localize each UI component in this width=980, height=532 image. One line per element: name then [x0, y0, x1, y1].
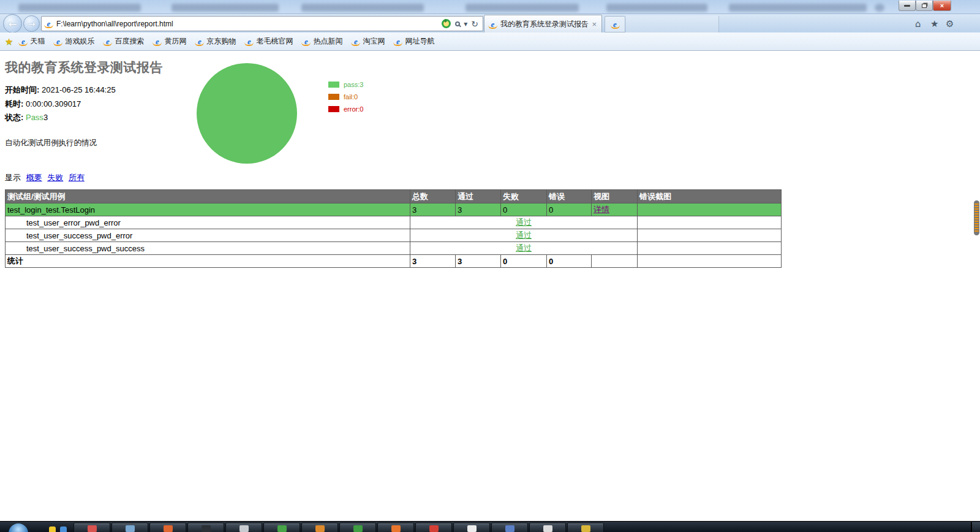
- legend-label-fail: fail:0: [344, 93, 358, 101]
- taskbar-app-icon: [391, 525, 401, 532]
- start-button[interactable]: [9, 523, 28, 532]
- header-view: 视图: [592, 190, 638, 203]
- background-window-blur: [875, 4, 884, 12]
- close-button[interactable]: ×: [933, 1, 951, 11]
- tab-close-icon[interactable]: ×: [590, 20, 598, 29]
- detail-link[interactable]: 详情: [594, 205, 609, 214]
- taskbar-button[interactable]: [415, 523, 452, 532]
- taskbar-button[interactable]: [225, 523, 262, 532]
- legend-swatch-error: [328, 106, 339, 112]
- test-case-row: test_user_success_pwd_success 通过: [6, 242, 782, 255]
- background-windows-strip: [0, 0, 980, 13]
- status-line: 状态: Pass3: [5, 112, 48, 123]
- bookmark-icon: e: [195, 37, 204, 46]
- favorite-label: 天猫: [30, 36, 45, 47]
- taskbar-button[interactable]: [149, 523, 186, 532]
- favorites-bar: ★ e天猫 e游戏娱乐 e百度搜索 e黄历网 e京东购物 e老毛桃官网 e热点新…: [0, 32, 980, 51]
- browser-tab-active[interactable]: e 我的教育系统登录测试报告 ×: [484, 15, 602, 32]
- taskbar-button[interactable]: [187, 523, 224, 532]
- background-window-blur: [466, 4, 579, 12]
- taskbar-app-icon: [353, 525, 363, 532]
- footer-screenshot: [638, 255, 782, 268]
- back-button[interactable]: ←: [3, 14, 22, 33]
- header-screenshot: 错误截图: [638, 190, 782, 203]
- case-status-link[interactable]: 通过: [516, 218, 532, 227]
- quick-launch-icon[interactable]: [49, 526, 56, 532]
- show-label: 显示: [5, 173, 21, 182]
- status-label: 状态:: [5, 113, 23, 122]
- table-footer-row: 统计 3 3 0 0: [6, 255, 782, 268]
- class-screenshot: [638, 203, 782, 216]
- favorite-label: 游戏娱乐: [65, 36, 94, 47]
- class-pass: 3: [456, 203, 501, 216]
- case-status-link[interactable]: 通过: [516, 243, 532, 253]
- show-desktop-button[interactable]: [971, 522, 980, 532]
- new-tab-icon: e: [611, 20, 620, 29]
- taskbar-button[interactable]: [263, 523, 300, 532]
- legend-swatch-fail: [328, 94, 339, 100]
- taskbar-app-icon: [239, 525, 249, 532]
- forward-button[interactable]: →: [23, 15, 40, 32]
- filter-all-link[interactable]: 所有: [69, 173, 85, 182]
- background-window-blur: [18, 4, 141, 12]
- favorite-item[interactable]: e老毛桃官网: [240, 35, 297, 48]
- favorite-item[interactable]: e天猫: [14, 35, 49, 48]
- taskbar-button[interactable]: [567, 523, 604, 532]
- favorite-item[interactable]: e黄历网: [148, 35, 190, 48]
- taskbar-button[interactable]: [491, 523, 528, 532]
- taskbar-button[interactable]: [111, 523, 148, 532]
- case-screenshot: [638, 242, 782, 255]
- legend-item-pass: pass:3: [328, 81, 363, 88]
- compatibility-view-icon[interactable]: [442, 19, 451, 28]
- search-icon[interactable]: [455, 21, 460, 26]
- favorite-item[interactable]: e网址导航: [389, 35, 439, 48]
- bookmark-icon: e: [53, 37, 62, 46]
- favorite-item[interactable]: e京东购物: [190, 35, 240, 48]
- gear-icon[interactable]: ⚙: [946, 18, 954, 29]
- favorite-label: 网址导航: [405, 36, 434, 47]
- restore-button[interactable]: [916, 1, 933, 11]
- filter-summary-link[interactable]: 概要: [26, 173, 42, 182]
- favorite-label: 百度搜索: [115, 36, 144, 47]
- test-case-row: test_user_success_pwd_error 通过: [6, 229, 782, 242]
- bookmark-icon: e: [393, 37, 402, 46]
- footer-error: 0: [547, 255, 592, 268]
- favorite-item[interactable]: e百度搜索: [99, 35, 148, 48]
- scroll-indicator[interactable]: [974, 200, 979, 235]
- address-bar[interactable]: e F:\learn\python\all\report\report.html…: [41, 16, 483, 31]
- taskbar-button[interactable]: [339, 523, 376, 532]
- taskbar-button[interactable]: [377, 523, 414, 532]
- header-test-group: 测试组/测试用例: [6, 190, 410, 203]
- favorite-item[interactable]: e热点新闻: [297, 35, 347, 48]
- add-favorite-icon[interactable]: ★: [5, 36, 13, 47]
- filter-failed-link[interactable]: 失败: [47, 173, 63, 182]
- report-page: 我的教育系统登录测试报告 开始时间: 2021-06-25 16:44:25 耗…: [0, 51, 980, 521]
- minimize-button[interactable]: [899, 1, 916, 11]
- taskbar-button[interactable]: [74, 523, 110, 532]
- favorite-label: 热点新闻: [313, 36, 342, 47]
- refresh-icon[interactable]: ↻: [469, 19, 480, 29]
- status-pass-text: Pass: [26, 113, 43, 122]
- taskbar-app-icon: [126, 525, 135, 532]
- class-name: test_login_test.TestLogin: [6, 203, 410, 216]
- taskbar-button[interactable]: [301, 523, 338, 532]
- url-text[interactable]: F:\learn\python\all\report\report.html: [56, 20, 439, 28]
- start-time-label: 开始时间:: [5, 85, 39, 94]
- favorite-label: 京东购物: [206, 36, 236, 47]
- test-case-row: test_user_error_pwd_error 通过: [6, 216, 782, 229]
- window-controls: ×: [899, 1, 951, 11]
- home-icon[interactable]: ⌂: [915, 18, 921, 29]
- search-dropdown-icon[interactable]: ▾: [462, 20, 469, 28]
- taskbar-app-icon: [581, 525, 590, 532]
- case-status-link[interactable]: 通过: [516, 230, 532, 240]
- taskbar-button[interactable]: [529, 523, 566, 532]
- new-tab-button[interactable]: e: [605, 16, 625, 32]
- page-favicon-icon: e: [44, 19, 53, 28]
- favorite-item[interactable]: e游戏娱乐: [49, 35, 99, 48]
- forward-icon: →: [28, 19, 36, 29]
- favorite-item[interactable]: e淘宝网: [347, 35, 389, 48]
- quick-launch-icon[interactable]: [60, 526, 67, 532]
- favorites-icon[interactable]: ★: [930, 18, 938, 29]
- taskbar-button[interactable]: [453, 523, 490, 532]
- case-name: test_user_success_pwd_error: [6, 229, 410, 242]
